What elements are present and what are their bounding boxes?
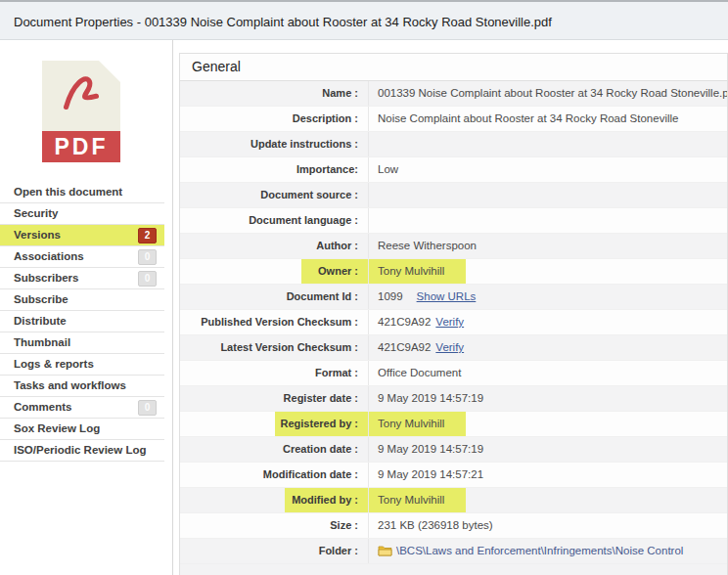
property-row-folder: Folder : \BCS\Laws and Enforcement\Infri… — [180, 539, 727, 564]
sidebar-item-label: Distribute — [14, 315, 67, 327]
property-row-format: Format : Office Document — [180, 361, 727, 386]
sidebar-item-label: Security — [14, 207, 58, 219]
property-row-register-date: Register date : 9 May 2019 14:57:19 — [180, 386, 727, 412]
dialog-title: Document Properties - 001339 Noise Compl… — [14, 15, 552, 29]
property-row-size: Size : 231 KB (236918 bytes) — [180, 513, 727, 539]
sidebar-item-label: Sox Review Log — [14, 422, 100, 434]
property-label: Name : — [180, 81, 369, 106]
property-value — [369, 208, 727, 233]
property-value: 421C9A92Verify — [369, 310, 727, 334]
sidebar-item-label: Associations — [14, 250, 84, 262]
acrobat-swirl-icon — [56, 68, 107, 115]
sidebar-item-label: Open this document — [14, 186, 122, 198]
sidebar-item-security[interactable]: Security — [0, 203, 164, 225]
property-label: Document Id : — [180, 285, 369, 309]
show-urls-link[interactable]: Show URLs — [417, 290, 477, 302]
property-row-document-id: Document Id : 1099Show URLs — [180, 285, 727, 310]
property-row-latest-version-checksum: Latest Version Checksum : 421C9A92Verify — [180, 335, 727, 361]
property-value: Noise Complaint about Rooster at 34 Rock… — [369, 107, 727, 131]
latest-checksum-value: 421C9A92 — [378, 341, 431, 353]
property-label: Creation date : — [180, 437, 369, 462]
sidebar-item-open-this-document[interactable]: Open this document — [0, 182, 164, 203]
property-label: Registered by : — [180, 412, 369, 436]
sidebar-item-thumbnail[interactable]: Thumbnail — [0, 332, 164, 354]
sidebar-item-label: Tasks and workflows — [14, 379, 126, 391]
property-label: Update instructions : — [180, 132, 369, 156]
property-row-modified-by: Modified by : Tony Mulvihill — [180, 488, 727, 513]
property-value: Low — [369, 157, 727, 182]
sidebar-item-comments[interactable]: Comments 0 — [0, 397, 164, 419]
published-checksum-value: 421C9A92 — [378, 316, 431, 328]
verify-latest-checksum-link[interactable]: Verify — [435, 341, 464, 353]
section-title: General — [180, 54, 727, 81]
property-label: Latest Version Checksum : — [180, 335, 369, 360]
sidebar-item-associations[interactable]: Associations 0 — [0, 246, 164, 268]
sidebar-item-sox-review-log[interactable]: Sox Review Log — [0, 419, 164, 440]
empty-row — [180, 564, 727, 575]
pdf-label: PDF — [42, 131, 120, 162]
comments-count-badge: 0 — [138, 400, 157, 416]
sidebar-item-versions[interactable]: Versions 2 — [0, 225, 164, 246]
property-value: 421C9A92Verify — [369, 335, 727, 360]
document-id-value: 1099 — [378, 290, 403, 302]
property-row-author: Author : Reese Witherspoon — [180, 234, 727, 259]
sidebar: PDF Open this document Security Versions… — [0, 40, 173, 575]
property-row-modification-date: Modification date : 9 May 2019 14:57:21 — [180, 463, 727, 488]
property-value: 9 May 2019 14:57:19 — [369, 437, 727, 462]
property-row-description: Description : Noise Complaint about Roos… — [180, 107, 727, 132]
property-row-document-language: Document language : — [180, 208, 727, 234]
verify-published-checksum-link[interactable]: Verify — [435, 316, 464, 328]
pdf-file-icon: PDF — [42, 61, 120, 162]
property-row-name: Name : 001339 Noise Complaint about Roos… — [180, 81, 727, 107]
general-properties-panel: General Name : 001339 Noise Complaint ab… — [179, 53, 728, 575]
property-label: Size : — [180, 513, 369, 538]
property-value: 001339 Noise Complaint about Rooster at … — [369, 81, 727, 106]
property-label: Description : — [180, 107, 369, 131]
sidebar-item-label: Comments — [14, 401, 71, 413]
associations-count-badge: 0 — [138, 249, 157, 265]
property-value: \BCS\Laws and Enforcement\Infringements\… — [369, 539, 727, 563]
sidebar-item-label: Thumbnail — [14, 336, 70, 348]
sidebar-item-label: Versions — [14, 229, 61, 241]
property-value: Tony Mulvihill — [369, 412, 727, 436]
property-label: Document language : — [180, 208, 369, 233]
property-row-importance: Importance: Low — [180, 157, 727, 183]
property-value: Tony Mulvihill — [369, 259, 727, 284]
sidebar-item-label: Subscribe — [14, 293, 68, 305]
property-label: Modification date : — [180, 463, 369, 487]
property-label: Owner : — [180, 259, 369, 284]
property-label: Format : — [180, 361, 369, 385]
versions-count-badge: 2 — [138, 228, 157, 243]
property-value — [369, 132, 727, 156]
sidebar-item-distribute[interactable]: Distribute — [0, 311, 164, 332]
sidebar-item-logs-and-reports[interactable]: Logs & reports — [0, 354, 164, 376]
property-label: Folder : — [180, 539, 369, 563]
sidebar-item-subscribers[interactable]: Subscribers 0 — [0, 268, 164, 289]
property-row-document-source: Document source : — [180, 183, 727, 208]
sidebar-item-iso-periodic-review-log[interactable]: ISO/Periodic Review Log — [0, 440, 164, 462]
folder-icon — [378, 541, 392, 563]
property-label: Importance: — [180, 157, 369, 182]
sidebar-item-label: Subscribers — [14, 272, 78, 284]
property-row-owner: Owner : Tony Mulvihill — [180, 259, 727, 285]
property-row-registered-by: Registered by : Tony Mulvihill — [180, 412, 727, 437]
property-label: Published Version Checksum : — [180, 310, 369, 334]
property-label: Register date : — [180, 386, 369, 411]
property-label: Author : — [180, 234, 369, 258]
dialog-title-bar: Document Properties - 001339 Noise Compl… — [0, 0, 728, 40]
property-value: Reese Witherspoon — [369, 234, 727, 258]
property-row-creation-date: Creation date : 9 May 2019 14:57:19 — [180, 437, 727, 463]
subscribers-count-badge: 0 — [138, 271, 157, 287]
property-value: 231 KB (236918 bytes) — [369, 513, 727, 538]
property-row-published-version-checksum: Published Version Checksum : 421C9A92Ver… — [180, 310, 727, 335]
folder-path-link[interactable]: \BCS\Laws and Enforcement\Infringements\… — [396, 545, 683, 556]
property-label: Document source : — [180, 183, 369, 207]
property-value: 9 May 2019 14:57:19 — [369, 386, 727, 411]
property-value: 1099Show URLs — [369, 285, 727, 309]
sidebar-menu: Open this document Security Versions 2 A… — [0, 182, 164, 462]
sidebar-item-subscribe[interactable]: Subscribe — [0, 289, 164, 311]
sidebar-item-label: ISO/Periodic Review Log — [14, 444, 146, 456]
sidebar-item-tasks-and-workflows[interactable]: Tasks and workflows — [0, 376, 164, 397]
sidebar-item-label: Logs & reports — [14, 358, 94, 370]
property-row-update-instructions: Update instructions : — [180, 132, 727, 157]
